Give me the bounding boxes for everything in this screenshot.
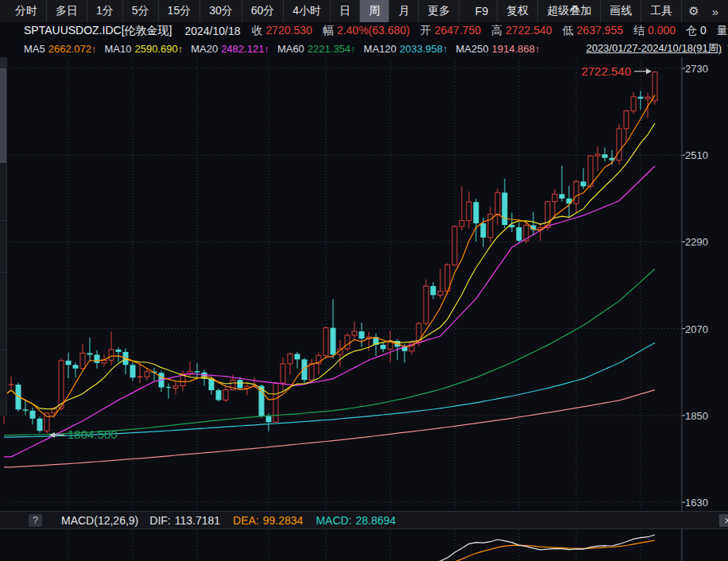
ma-item-value: 2662.072↑ bbox=[48, 43, 97, 55]
help-icon[interactable]: ? bbox=[29, 514, 42, 527]
dif-label: DIF: bbox=[149, 514, 170, 527]
range-box: 2023/01/27-2024/10/18(91周) bbox=[586, 41, 728, 56]
ma-item-value: 2590.690↑ bbox=[134, 43, 183, 55]
symbol-name: SPTAUUSDOZ.IDC[伦敦金现] bbox=[24, 24, 172, 38]
gear-icon[interactable]: ⚙ bbox=[682, 0, 705, 22]
y-axis-label: 1850 bbox=[685, 409, 708, 421]
y-axis-label: 2510 bbox=[685, 149, 708, 161]
y-axis-label: 2290 bbox=[685, 236, 708, 248]
quote-field-value: 0 bbox=[700, 24, 707, 37]
main-chart-svg[interactable]: 2722.5401804.500 bbox=[0, 0, 728, 561]
ma-items: MA52662.072↑MA102590.690↑MA202482.121↑MA… bbox=[24, 43, 548, 55]
quote-field: 低2637.955 bbox=[563, 24, 623, 37]
quote-field-value: 2722.540 bbox=[505, 24, 552, 37]
quote-field: 开2647.750 bbox=[420, 24, 481, 37]
macd-value-pair: MACD:28.8694 bbox=[316, 514, 396, 527]
ma-item-label: MA250 bbox=[456, 43, 489, 55]
ma5-line bbox=[4, 95, 655, 417]
timeframe-tab[interactable]: 30分 bbox=[200, 0, 242, 22]
ma-item-label: MA5 bbox=[24, 43, 45, 55]
toolbar-item[interactable]: F9 bbox=[467, 0, 498, 22]
toolbar-tools: F9复权超级叠加画线工具⚙» bbox=[467, 0, 728, 22]
ma-item-value: 2033.958↑ bbox=[400, 43, 448, 55]
grid-layer bbox=[6, 60, 685, 560]
quote-field-value: 2647.750 bbox=[435, 24, 481, 37]
ma-item: MA102590.690↑ bbox=[104, 43, 183, 55]
quote-field-label: 开 bbox=[420, 24, 432, 37]
ma-item-label: MA20 bbox=[191, 43, 218, 55]
quote-field-label: 幅 bbox=[323, 24, 334, 37]
ma-item: MA202482.121↑ bbox=[191, 43, 269, 55]
toolbar-item[interactable]: 复权 bbox=[498, 0, 538, 22]
quote-field-label: 低 bbox=[563, 24, 574, 37]
macd-header: ? MACD(12,26,9) DIF:113.7181 DEA:99.2834… bbox=[0, 511, 728, 529]
ma-item: MA602221.354↑ bbox=[277, 43, 356, 55]
double-chevron-icon[interactable]: » bbox=[706, 0, 725, 22]
quote-field-label: 高 bbox=[491, 24, 502, 37]
sidebar-divider bbox=[0, 272, 6, 273]
date-range-link[interactable]: 2023/01/27-2024/10/18(91周) bbox=[586, 41, 722, 56]
ma-item: MA52662.072↑ bbox=[24, 43, 96, 55]
ma20-line bbox=[4, 166, 655, 457]
toolbar-item[interactable]: 工具 bbox=[641, 0, 682, 22]
dif-line bbox=[426, 535, 655, 561]
quote-field-label: 收 bbox=[252, 24, 263, 37]
dea-label: DEA: bbox=[233, 514, 259, 527]
quote-field: 量0 bbox=[717, 24, 728, 37]
sidebar-segment-active bbox=[0, 68, 6, 163]
timeframe-tab[interactable]: 日 bbox=[331, 0, 360, 22]
ma-item-label: MA10 bbox=[104, 43, 131, 55]
sidebar-divider bbox=[0, 220, 6, 221]
ma-item-value: 2221.354↑ bbox=[308, 43, 356, 55]
trading-app-window: { "toolbar": { "tabs": [ {"label":"分时","… bbox=[0, 0, 728, 561]
timeframe-tab[interactable]: 更多 bbox=[419, 0, 459, 22]
sidebar-divider bbox=[0, 350, 6, 350]
high-marker-arrowhead bbox=[646, 68, 652, 74]
quote-field-label: 结 bbox=[633, 24, 645, 37]
quote-field-value: 2.40%(63.680) bbox=[337, 24, 410, 37]
quote-info-bar: SPTAUUSDOZ.IDC[伦敦金现] 2024/10/18 收2720.53… bbox=[0, 22, 728, 40]
timeframe-tab[interactable]: 月 bbox=[389, 0, 419, 22]
left-sidebar-strip[interactable] bbox=[0, 57, 7, 416]
low-price-marker: 1804.500 bbox=[68, 428, 118, 441]
quote-field-value: 2637.955 bbox=[577, 24, 623, 37]
close-icon[interactable]: ✕ bbox=[719, 514, 728, 527]
quote-field: 高2722.540 bbox=[491, 24, 552, 37]
macd-label: MACD: bbox=[316, 514, 351, 527]
timeframe-tab[interactable]: 5分 bbox=[123, 0, 159, 22]
timeframe-toolbar: 分时多日1分5分15分30分60分4小时日周月更多 F9复权超级叠加画线工具⚙» bbox=[0, 0, 728, 23]
dif-value-pair: DIF:113.7181 bbox=[149, 514, 220, 527]
y-axis-label: 2730 bbox=[685, 63, 708, 75]
ma-item-label: MA60 bbox=[277, 43, 304, 55]
timeframe-tab[interactable]: 多日 bbox=[47, 0, 87, 22]
ma-item: MA2501914.868↑ bbox=[456, 43, 540, 55]
timeframe-tab[interactable]: 15分 bbox=[159, 0, 201, 22]
high-price-marker: 2722.540 bbox=[581, 64, 631, 78]
quote-field-value: 2720.530 bbox=[266, 24, 312, 37]
quote-field-label: 量 bbox=[717, 24, 728, 37]
timeframe-tab[interactable]: 1分 bbox=[87, 0, 123, 22]
dif-value: 113.7181 bbox=[175, 514, 220, 527]
quote-field: 结0.000 bbox=[633, 24, 676, 37]
quote-field-label: 仓 bbox=[686, 24, 697, 37]
ma-item-value: 2482.121↑ bbox=[221, 43, 269, 55]
toolbar-item[interactable]: 画线 bbox=[601, 0, 641, 22]
quote-field: 幅2.40%(63.680) bbox=[323, 24, 410, 37]
timeframe-tab[interactable]: 4小时 bbox=[284, 0, 331, 22]
timeframe-tabs: 分时多日1分5分15分30分60分4小时日周月更多 bbox=[0, 0, 459, 22]
timeframe-tab[interactable]: 周 bbox=[360, 0, 389, 22]
ma-item-value: 1914.868↑ bbox=[492, 43, 540, 55]
macd-title: MACD(12,26,9) bbox=[61, 514, 138, 527]
macd-value: 28.8694 bbox=[356, 514, 397, 527]
quote-field-value: 0.000 bbox=[648, 24, 676, 37]
timeframe-tab[interactable]: 60分 bbox=[242, 0, 285, 22]
y-axis-label: 1630 bbox=[685, 497, 708, 509]
dea-value: 99.2834 bbox=[263, 514, 304, 527]
quote-fields: 收2720.530幅2.40%(63.680)开2647.750高2722.54… bbox=[252, 24, 728, 38]
quote-field: 收2720.530 bbox=[252, 24, 312, 37]
ma-item: MA1202033.958↑ bbox=[364, 43, 448, 55]
quote-date: 2024/10/18 bbox=[184, 25, 240, 37]
timeframe-tab[interactable]: 分时 bbox=[6, 0, 47, 22]
toolbar-item[interactable]: 超级叠加 bbox=[538, 0, 601, 22]
sidebar-segment bbox=[0, 57, 6, 68]
